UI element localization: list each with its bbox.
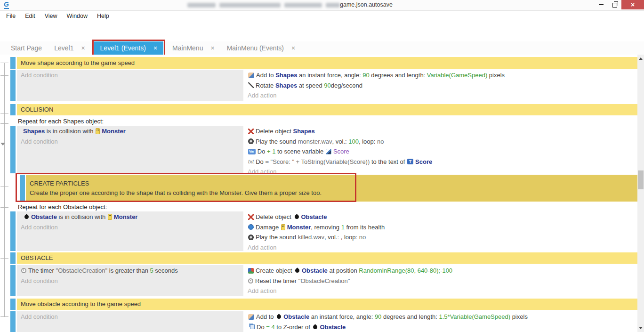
comment-row[interactable]: CREATE PARTICLESCreate the proper one ac… bbox=[10, 175, 637, 202]
text: Add to bbox=[256, 72, 275, 79]
close-icon[interactable]: × bbox=[291, 44, 295, 52]
add-condition-button[interactable]: Add condition bbox=[21, 276, 243, 286]
close-icon[interactable]: × bbox=[153, 44, 157, 52]
tree-tick bbox=[0, 207, 8, 208]
comment-row[interactable]: OBSTACLE bbox=[10, 252, 637, 264]
comment-row[interactable]: COLLISION bbox=[10, 104, 637, 115]
event-bar[interactable] bbox=[10, 311, 16, 332]
tab-mainmenu[interactable]: MainMenu × bbox=[166, 41, 221, 55]
action-line[interactable]: Damage Monster, removing 1 from its heal… bbox=[248, 222, 637, 233]
event-bar[interactable] bbox=[10, 126, 16, 173]
repeat-header[interactable]: Repeat for each Shapes object: bbox=[17, 117, 637, 126]
event-bar[interactable] bbox=[10, 299, 16, 310]
add-action-button[interactable]: Add action bbox=[248, 167, 637, 173]
variable-name: Score bbox=[333, 148, 349, 155]
actions-column[interactable]: Add to Shapes an instant force, angle: 9… bbox=[245, 70, 637, 101]
event-bar[interactable] bbox=[10, 211, 16, 251]
action-line[interactable]: Add to Shapes an instant force, angle: 9… bbox=[248, 70, 637, 81]
text: degrees and length: bbox=[370, 72, 427, 79]
close-button[interactable]: × bbox=[621, 0, 644, 9]
string-value: "ObstacleCreation" bbox=[298, 277, 350, 284]
parameter-value: 5 bbox=[150, 267, 153, 274]
actions-column[interactable]: Add to Obstacle an instant force, angle:… bbox=[245, 311, 637, 332]
condition-line[interactable]: Obstacle is in collision with Monster bbox=[21, 212, 243, 222]
gdevelop-logo-icon: G bbox=[4, 1, 9, 9]
conditions-column[interactable]: Add condition bbox=[17, 70, 243, 101]
text: , loop: bbox=[359, 138, 377, 145]
event-row[interactable]: Add conditionAdd to Shapes an instant fo… bbox=[10, 70, 637, 101]
action-line[interactable]: Rotate Shapes at speed 90deg/second bbox=[248, 81, 637, 91]
action-line[interactable]: Delete object Obstacle bbox=[248, 212, 637, 222]
conditions-column[interactable]: The timer "ObstacleCreation" is greater … bbox=[17, 265, 243, 296]
timer-icon bbox=[248, 278, 253, 283]
text: Do bbox=[257, 324, 266, 331]
minimize-button[interactable] bbox=[594, 0, 608, 9]
action-line[interactable]: Create object Obstacle at position Rando… bbox=[248, 266, 637, 276]
tab-mainmenu-events[interactable]: MainMenu (Events) × bbox=[221, 41, 302, 55]
action-line[interactable]: Do = 4 to Z-order of Obstacle bbox=[248, 322, 637, 332]
actions-column[interactable]: Create object Obstacle at position Rando… bbox=[245, 265, 637, 296]
add-action-button[interactable]: Add action bbox=[248, 286, 637, 296]
tab-level1-events[interactable]: Level1 (Events) × bbox=[94, 41, 163, 55]
event-row[interactable]: Repeat for each Obstacle object:Obstacle… bbox=[10, 202, 637, 251]
menu-help[interactable]: Help bbox=[92, 13, 114, 19]
text: Play the sound bbox=[256, 138, 298, 145]
action-line[interactable]: Reset the timer "ObstacleCreation" bbox=[248, 276, 637, 286]
conditions-column[interactable]: Add condition bbox=[17, 311, 243, 332]
action-line[interactable]: txtDo = "Score: " + ToString(Variable(Sc… bbox=[248, 157, 637, 167]
scroll-up-icon[interactable] bbox=[639, 57, 643, 60]
scroll-down-icon[interactable] bbox=[639, 327, 643, 329]
action-line[interactable]: Play the sound killed.wav, vol.: , loop:… bbox=[248, 232, 637, 243]
event-bar[interactable] bbox=[10, 265, 16, 296]
text: deg/second bbox=[331, 82, 362, 89]
add-condition-button[interactable]: Add condition bbox=[21, 70, 243, 81]
collapse-arrow-icon[interactable] bbox=[0, 143, 5, 146]
menu-window[interactable]: Window bbox=[62, 13, 92, 19]
vertical-scrollbar[interactable] bbox=[637, 55, 644, 332]
conditions-column[interactable]: Shapes is in collision with MonsterAdd c… bbox=[17, 126, 243, 173]
add-condition-button[interactable]: Add condition bbox=[21, 312, 243, 322]
event-bar[interactable] bbox=[10, 252, 16, 264]
event-bar[interactable] bbox=[20, 175, 25, 202]
action-line[interactable]: Delete object Shapes bbox=[248, 126, 637, 137]
action-line[interactable]: Add to Obstacle an instant force, angle:… bbox=[248, 312, 637, 322]
add-action-button[interactable]: Add action bbox=[248, 243, 637, 251]
event-bar[interactable] bbox=[10, 104, 16, 115]
conditions-column[interactable]: Obstacle is in collision with MonsterAdd… bbox=[17, 211, 243, 251]
restore-button[interactable] bbox=[608, 0, 621, 9]
add-action-button[interactable]: Add action bbox=[248, 90, 637, 101]
close-icon[interactable]: × bbox=[210, 44, 214, 52]
tab-bar: Start Page Level1 × Level1 (Events) × Ma… bbox=[0, 41, 644, 55]
comment-row[interactable]: Move shape according to the game speed bbox=[10, 57, 637, 69]
string-value: no bbox=[377, 138, 384, 145]
comment-row[interactable]: Move obstacle according to the game spee… bbox=[10, 299, 637, 310]
text: Reset the timer bbox=[255, 277, 298, 284]
menu-edit[interactable]: Edit bbox=[20, 13, 40, 19]
scrollbar-thumb[interactable] bbox=[638, 170, 644, 189]
event-row[interactable]: Add conditionAdd to Obstacle an instant … bbox=[10, 311, 637, 332]
actions-column[interactable]: Delete object ObstacleDamage Monster, re… bbox=[245, 211, 637, 251]
condition-line[interactable]: Shapes is in collision with Monster bbox=[21, 126, 243, 137]
action-line[interactable]: Play the sound monster.wav, vol.: 100, l… bbox=[248, 137, 637, 147]
sound-icon bbox=[248, 138, 254, 144]
text: to scene variable bbox=[275, 148, 325, 155]
object-name: Shapes bbox=[23, 128, 45, 135]
condition-line[interactable]: The timer "ObstacleCreation" is greater … bbox=[21, 266, 243, 276]
repeat-header[interactable]: Repeat for each Obstacle object: bbox=[17, 202, 637, 211]
event-bar[interactable] bbox=[10, 70, 16, 101]
add-condition-button[interactable]: Add condition bbox=[21, 137, 243, 147]
add-condition-button[interactable]: Add condition bbox=[21, 222, 243, 233]
actions-column[interactable]: Delete object ShapesPlay the sound monst… bbox=[245, 126, 637, 173]
tab-start-page[interactable]: Start Page bbox=[5, 41, 48, 55]
action-line[interactable]: VarDo + 1 to scene variable Score bbox=[248, 146, 637, 157]
menu-file[interactable]: File bbox=[1, 13, 20, 19]
event-row[interactable]: The timer "ObstacleCreation" is greater … bbox=[10, 265, 637, 296]
string-value: no bbox=[359, 234, 366, 241]
menu-bar: File Edit View Window Help bbox=[0, 11, 644, 21]
event-row[interactable]: Repeat for each Shapes object:Shapes is … bbox=[10, 117, 637, 173]
close-icon[interactable]: × bbox=[81, 44, 85, 52]
tab-level1[interactable]: Level1 × bbox=[48, 41, 91, 55]
text: The timer bbox=[28, 267, 56, 274]
menu-view[interactable]: View bbox=[40, 13, 62, 19]
event-bar[interactable] bbox=[10, 57, 16, 69]
